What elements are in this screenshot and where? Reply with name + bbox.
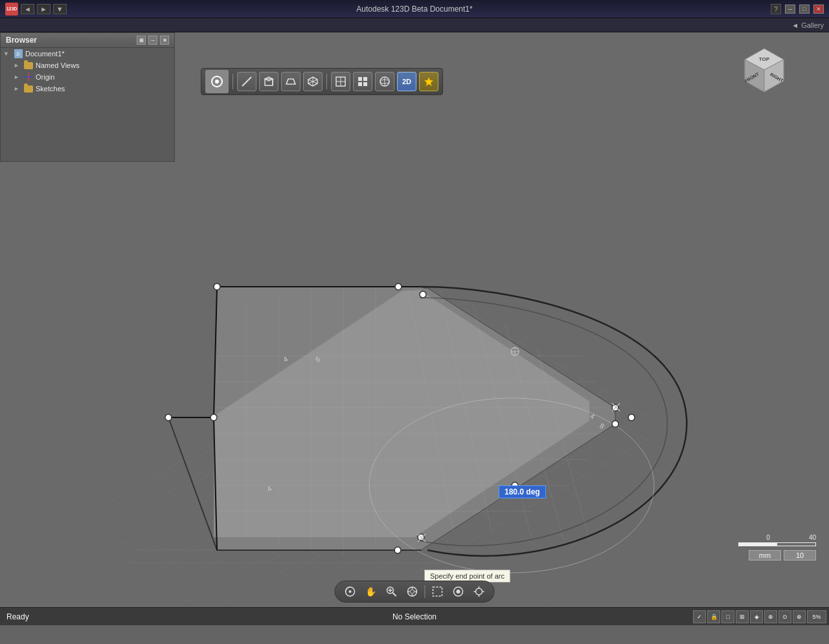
toolbar-star-button[interactable] [419, 72, 438, 91]
origin-label: Origin [36, 73, 54, 81]
sketches-label: Sketches [36, 85, 65, 93]
titlebar-left: 123D ◄ ► ▼ [5, 3, 67, 16]
toolbar-orthographic-button[interactable] [331, 72, 350, 91]
svg-point-118 [411, 590, 414, 594]
svg-text:4: 4 [282, 355, 289, 363]
svg-line-44 [538, 350, 589, 540]
bottom-display-button[interactable] [450, 583, 467, 600]
angle-value: 180.0 deg [505, 487, 540, 496]
bottom-pan-button[interactable]: ✋ [363, 583, 380, 600]
toolbar-2d-button[interactable]: 2D [397, 72, 416, 91]
svg-line-7 [71, 337, 395, 524]
named-views-label: Named Views [36, 61, 80, 69]
scale-left-label: 0 [766, 534, 770, 541]
toolbar-perspective-button[interactable] [281, 72, 301, 91]
status-window-button[interactable]: □ [721, 610, 734, 623]
status-grid-button[interactable]: ⊞ [736, 610, 749, 623]
svg-line-114 [393, 593, 396, 596]
nav-back-button[interactable]: ◄ [21, 4, 34, 14]
svg-line-28 [266, 375, 589, 563]
browser-title-label: Browser [6, 36, 37, 45]
svg-rect-96 [363, 82, 367, 86]
close-button[interactable]: ✕ [813, 5, 824, 14]
angle-input[interactable]: 180.0 deg [499, 485, 546, 498]
titlebar-title: Autodesk 123D Beta Document1* [356, 5, 472, 14]
svg-line-43 [505, 324, 563, 540]
svg-marker-34 [214, 290, 589, 537]
gallery-arrow[interactable]: ◄ [791, 21, 799, 29]
svg-line-18 [266, 388, 589, 576]
svg-point-111 [349, 590, 352, 593]
viewcube[interactable]: TOP FRONT RIGHT [738, 45, 790, 97]
tree-arrow-document: ▼ [3, 50, 11, 57]
svg-line-42 [473, 304, 531, 537]
tree-item-sketches[interactable]: ► Sketches [1, 83, 174, 94]
toolbar-sphere-button[interactable] [375, 72, 394, 91]
toolbar-box-button[interactable] [259, 72, 278, 91]
toolbar-isometric-button[interactable] [303, 72, 323, 91]
svg-line-12 [382, 311, 706, 498]
toolbar-line-button[interactable] [237, 72, 256, 91]
bottom-zoom-button[interactable] [383, 583, 400, 600]
svg-line-15 [324, 350, 648, 537]
svg-line-2 [168, 401, 492, 589]
toolbar: 2D [201, 68, 443, 95]
svg-marker-100 [424, 77, 433, 86]
svg-point-59 [628, 414, 635, 421]
scale-bar: 0 40 mm 10 [738, 534, 816, 561]
bottom-settings-button[interactable] [471, 583, 488, 600]
viewport[interactable]: 4 6 4 8 4 [0, 32, 829, 625]
tree-arrow-sketches: ► [14, 85, 21, 92]
nav-menu-button[interactable]: ▼ [53, 4, 67, 14]
gallerybar: ◄ Gallery [0, 18, 829, 32]
tree-item-origin[interactable]: ► Origin [1, 71, 174, 83]
bottom-orbit-button[interactable] [342, 583, 359, 600]
svg-line-22 [149, 298, 473, 485]
bottom-look-at-button[interactable] [404, 583, 421, 600]
svg-text:4: 4 [266, 484, 273, 493]
origin-icon [23, 72, 34, 82]
status-zoom-level: 5% [807, 610, 826, 623]
toolbar-grid-button[interactable] [353, 72, 372, 91]
app-icon[interactable] [205, 70, 229, 93]
svg-line-69 [418, 534, 426, 542]
status-orbit-button[interactable]: ⊙ [778, 610, 791, 623]
unit-display[interactable]: mm [749, 550, 781, 561]
svg-point-62 [418, 534, 424, 540]
folder-named-views-icon [23, 61, 34, 70]
tree-item-document[interactable]: ▼ D Document1* [1, 48, 174, 60]
browser-collapse-icon[interactable]: ─ [148, 36, 157, 45]
svg-line-27 [246, 362, 570, 550]
gallery-label[interactable]: Gallery [801, 21, 824, 29]
svg-line-16 [304, 362, 628, 550]
scale-value[interactable]: 10 [784, 550, 816, 561]
status-check-button[interactable]: ✓ [693, 610, 706, 623]
nav-forward-button[interactable]: ► [37, 4, 51, 14]
titlebar-right: ? ─ □ ✕ [771, 4, 824, 14]
maximize-button[interactable]: □ [799, 5, 810, 14]
tree-item-named-views[interactable]: ► Named Views [1, 60, 174, 71]
bottom-select-button[interactable] [429, 583, 446, 600]
svg-line-41 [440, 291, 492, 534]
help-button[interactable]: ? [771, 4, 781, 14]
document-label: Document1* [25, 50, 65, 58]
svg-line-70 [418, 534, 426, 542]
svg-point-55 [420, 291, 426, 298]
svg-point-53 [214, 283, 220, 290]
browser-close-icon[interactable]: ✕ [160, 36, 169, 45]
minimize-button[interactable]: ─ [785, 5, 795, 14]
svg-text:8: 8 [598, 421, 606, 430]
svg-line-79 [242, 77, 251, 86]
status-settings-button[interactable]: ⊕ [793, 610, 806, 623]
status-add-button[interactable]: ⊕ [764, 610, 777, 623]
status-3d-button[interactable]: ◈ [750, 610, 763, 623]
svg-line-67 [612, 403, 620, 411]
svg-rect-95 [358, 82, 362, 86]
status-lock-button[interactable]: 🔒 [707, 610, 720, 623]
svg-text:6: 6 [314, 355, 321, 363]
svg-line-0 [130, 375, 453, 563]
toolbar-separator-1 [233, 74, 233, 89]
browser-grid-icon[interactable]: ⊞ [137, 36, 146, 45]
svg-text:TOP: TOP [759, 56, 770, 62]
svg-line-11 [402, 298, 725, 485]
